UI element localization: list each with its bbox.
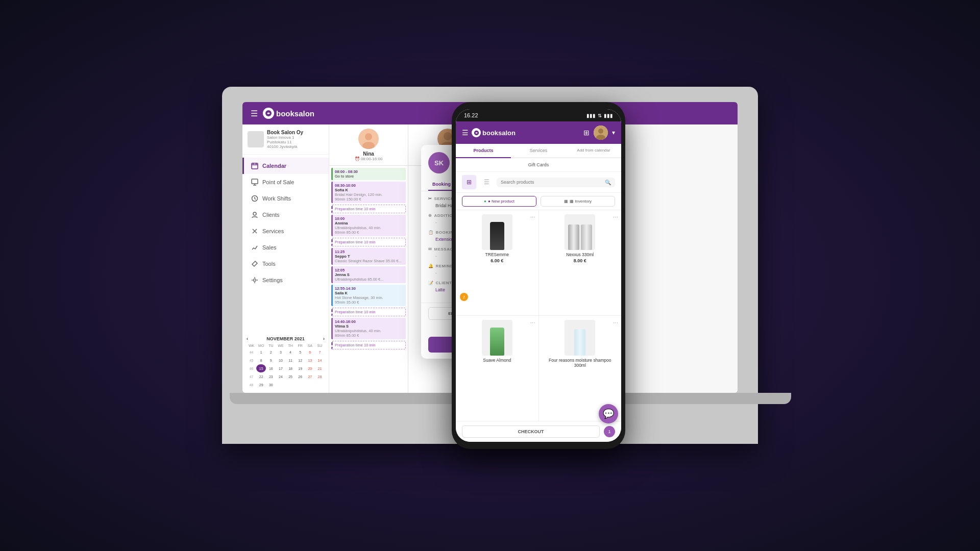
phone-logo-icon (472, 128, 481, 137)
svg-rect-1 (252, 163, 258, 169)
product-more-btn[interactable]: ··· (613, 213, 618, 220)
cal-event[interactable]: 10:00 Annina Ultraäänipuhdistus, 40 min.… (331, 215, 406, 236)
sidebar-item-clients[interactable]: Clients (242, 207, 329, 223)
inventory-button[interactable]: ▦ ▦ Inventory (541, 196, 615, 207)
sidebar-account-info: Book Salon Oy Salon Innova 1 Puistokatu … (267, 130, 324, 149)
plus-icon: ⊕ (428, 213, 432, 218)
product-card-tresemme[interactable]: ··· TRESemme 6.00 € 2 (456, 210, 538, 315)
sidebar-item-pos[interactable]: Point of Sale (242, 174, 329, 190)
sidebar-account[interactable]: Book Salon Oy Salon Innova 1 Puistokatu … (242, 124, 329, 155)
new-product-label: ● New product (488, 199, 514, 204)
chevron-down-icon[interactable]: ▾ (612, 129, 615, 136)
hamburger-icon[interactable]: ☰ (251, 109, 258, 118)
gift-cards-label: Gift Cards (528, 162, 549, 167)
battery-icon: ▮▮▮ (604, 113, 613, 118)
new-product-button[interactable]: ● ● New product (462, 196, 536, 207)
list-view-btn[interactable]: ☰ (479, 175, 494, 189)
checkout-button[interactable]: CHECKOUT (462, 425, 600, 438)
checkout-count-badge: 1 (604, 426, 615, 437)
products-grid: ··· TRESemme 6.00 € 2 ··· Nexxus 330ml (456, 210, 621, 421)
product-card-nexxus[interactable]: ··· Nexxus 330ml 8.00 € (539, 210, 622, 315)
phone-tabs: Products Services Add from calendar (456, 144, 621, 158)
cal-event-prep: Preparation time 10 min (331, 308, 406, 316)
tab-products[interactable]: Products (456, 144, 511, 158)
bell-icon: 🔔 (428, 264, 434, 268)
cal-event[interactable]: 12:05 Jenna S Ultraäänipuhdistus 85.00 €… (331, 266, 406, 283)
notes-icon: 📋 (428, 230, 434, 235)
location-name: Salon Innova 1 (267, 135, 324, 140)
product-more-btn[interactable]: ··· (613, 319, 618, 326)
search-box: 🔍 (497, 178, 615, 187)
modal-avatar: SK (428, 152, 450, 173)
pos-label: Point of Sale (262, 179, 294, 185)
phone-user-avatar[interactable] (594, 126, 608, 140)
phone: 16.22 ▮▮▮ ⇅ ▮▮▮ ☰ booksalon ⊞ (452, 102, 625, 449)
phone-header-icons: ⊞ ▾ (583, 126, 615, 140)
phone-status-bar: 16.22 ▮▮▮ ⇅ ▮▮▮ (456, 109, 621, 121)
staff-avatar-nina (358, 129, 379, 149)
tab-add-from-calendar[interactable]: Add from calendar (566, 144, 621, 158)
sales-label: Sales (262, 244, 277, 251)
inventory-label: ▦ Inventory (570, 199, 592, 204)
tab-services[interactable]: Services (511, 144, 566, 158)
svg-point-5 (254, 279, 256, 282)
product-image (565, 320, 595, 356)
gift-cards-row[interactable]: Gift Cards (456, 158, 621, 172)
product-name: TRESemme (485, 252, 509, 257)
search-icon: 🔍 (605, 180, 611, 185)
search-input[interactable] (501, 180, 603, 185)
cal-event[interactable]: 11:25 Seppo T Classic Straight Razor Sha… (331, 248, 406, 265)
status-icons: ▮▮▮ ⇅ ▮▮▮ (586, 113, 613, 118)
product-image (482, 320, 512, 356)
svg-rect-2 (252, 179, 258, 184)
signal-icon: ▮▮▮ (586, 113, 596, 118)
tools-label: Tools (262, 261, 276, 267)
sidebar-item-tools[interactable]: Tools (242, 256, 329, 272)
chat-bubble-button[interactable]: 💬 (599, 404, 618, 423)
calendar-grid-icon[interactable]: ⊞ (583, 129, 590, 137)
plus-circle-icon: ● (484, 199, 486, 204)
scissors-icon: ✂ (428, 196, 432, 201)
svg-point-17 (598, 129, 603, 134)
product-price: 6.00 € (491, 258, 503, 263)
sidebar-nav: Calendar Point of Sale Work Shifts (242, 155, 329, 332)
prev-month-btn[interactable]: ‹ (247, 336, 248, 341)
product-toolbar: ⊞ ☰ 🔍 (456, 172, 621, 193)
svg-point-10 (444, 132, 452, 140)
product-card-suave[interactable]: ··· Suave Almond (456, 316, 538, 421)
cal-event[interactable]: 12:55-14:30 Saila K Hot Stone Massage, 3… (331, 285, 406, 306)
next-month-btn[interactable]: › (323, 336, 325, 341)
clients-label: Clients (262, 212, 280, 218)
sidebar-avatar (248, 131, 264, 147)
settings-label: Settings (262, 277, 283, 283)
svg-point-7 (365, 133, 372, 140)
sidebar-item-calendar[interactable]: Calendar (242, 158, 329, 174)
sidebar-item-settings[interactable]: Settings (242, 272, 329, 288)
cal-event[interactable]: 08:30-10:00 Sofia K Bridal Hair Design, … (331, 182, 406, 203)
cal-event[interactable]: 08:00 - 08:30 Go to store (331, 168, 406, 180)
sidebar-item-services[interactable]: Services (242, 223, 329, 239)
mini-calendar: ‹ NOVEMBER 2021 › WKMOTUWETHFRSASU (242, 332, 329, 393)
product-more-btn[interactable]: ··· (530, 319, 535, 326)
phone-screen: 16.22 ▮▮▮ ⇅ ▮▮▮ ☰ booksalon ⊞ (456, 109, 621, 442)
app-logo-text: booksalon (276, 109, 314, 118)
staff-column-nina: Nina ⏰08:00-16:00 08:00 - 08:30 Go to st… (329, 124, 408, 393)
product-more-btn[interactable]: ··· (530, 213, 535, 220)
message-icon: ✉ (428, 247, 432, 252)
staff-hours-nina: ⏰08:00-16:00 (333, 157, 404, 161)
sidebar-item-sales[interactable]: Sales (242, 239, 329, 256)
wifi-icon: ⇅ (598, 113, 602, 118)
product-price: 8.00 € (574, 258, 586, 263)
grid-view-btn[interactable]: ⊞ (462, 175, 476, 189)
inventory-icon: ▦ (564, 199, 568, 204)
phone-logo-text: booksalon (482, 129, 516, 137)
phone-hamburger-icon[interactable]: ☰ (462, 129, 469, 137)
services-label: Services (262, 228, 284, 234)
product-badge: 2 (460, 293, 468, 301)
client-notes-icon: 📝 (428, 281, 434, 285)
app-logo: booksalon (263, 108, 314, 119)
status-time: 16.22 (464, 112, 478, 118)
cal-event[interactable]: 14:40-16:00 Vilma S Ultraäänipuhdistus, … (331, 318, 406, 339)
action-row: ● ● New product ▦ ▦ Inventory (456, 193, 621, 210)
sidebar-item-workshifts[interactable]: Work Shifts (242, 190, 329, 207)
